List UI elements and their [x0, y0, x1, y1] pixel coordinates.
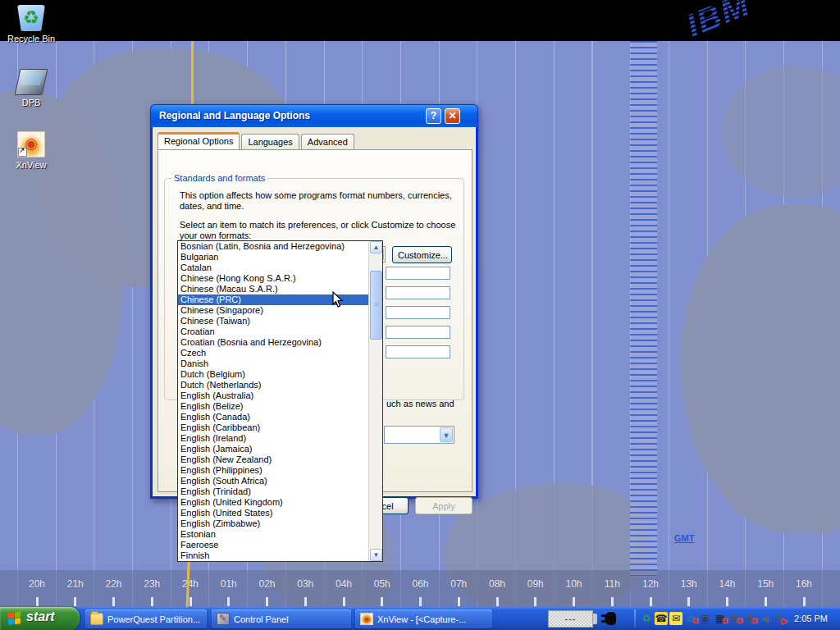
list-item[interactable]: Faeroese — [178, 540, 382, 550]
list-item[interactable]: English (Zimbabwe) — [178, 518, 382, 529]
list-item[interactable]: Croatian — [178, 326, 382, 337]
hour-label: 08h — [485, 578, 509, 590]
support-tray-icon[interactable]: ☎ — [655, 612, 668, 625]
scroll-down-button[interactable]: ▼ — [370, 549, 382, 561]
task-button-label: XnView - [<Capture-... — [377, 614, 466, 624]
ibm-logo: IBM — [681, 0, 755, 44]
help-button[interactable]: ? — [426, 108, 441, 124]
app-error-tray-icon[interactable]: ▦✖ — [714, 612, 727, 625]
hour-label: 24h — [178, 578, 203, 590]
list-item[interactable]: English (Ireland) — [178, 433, 382, 444]
list-item[interactable]: Danish — [178, 358, 382, 369]
list-item[interactable]: Bulgarian — [178, 252, 382, 262]
list-item[interactable]: English (United States) — [178, 508, 382, 518]
date-line-graphic — [630, 41, 657, 576]
taskbar-button-powerquest[interactable]: PowerQuest Partition... — [85, 609, 207, 628]
location-combobox[interactable]: ▼ — [384, 426, 454, 444]
desktop-toolbar-button[interactable]: --- — [548, 610, 593, 628]
cpanel-icon — [217, 613, 230, 625]
list-item[interactable]: Bosnian (Latin, Bosnia and Herzegovina) — [178, 241, 382, 252]
hour-label: 01h — [217, 578, 241, 590]
list-item[interactable]: Dutch (Netherlands) — [178, 380, 382, 390]
power-plug-icon[interactable] — [601, 611, 618, 626]
hour-label: 23h — [139, 578, 164, 590]
top-band: IBM — [0, 0, 840, 41]
groupbox-title: Standards and formats — [171, 173, 267, 183]
list-scrollbar[interactable]: ▲ ▼ — [368, 241, 382, 561]
map-landmass — [681, 205, 840, 533]
hour-label: 14h — [715, 578, 740, 590]
scrollbar-thumb[interactable] — [370, 271, 382, 340]
list-item[interactable]: Dutch (Belgium) — [178, 369, 382, 380]
hour-label: 13h — [677, 578, 701, 590]
tab-languages[interactable]: Languages — [241, 134, 299, 150]
disk-activity-tray-icon[interactable]: ⊟▶ — [773, 612, 786, 625]
tray-divider — [634, 609, 636, 628]
xnview-icon — [360, 613, 373, 625]
hour-label: 10h — [562, 578, 587, 590]
screen: GMT 20h21h22h23h24h01h02h03h04h05h06h07h… — [0, 0, 840, 630]
dialog-title: Regional and Language Options — [159, 110, 310, 121]
system-tray: ♻☎✉☺✖▣▦✖▣✖▣✖◀⊟▶2:05 PM — [640, 610, 828, 627]
list-item[interactable]: Chinese (Taiwan) — [178, 316, 382, 326]
shortcut-arrow-icon — [18, 148, 27, 157]
language-list[interactable]: ▲ ▼ Bosnian (Latin, Bosnia and Herzegovi… — [177, 240, 383, 562]
start-button[interactable]: start — [0, 607, 80, 630]
desktop-icon-label: XnView — [0, 160, 62, 170]
tab-regional-options[interactable]: Regional Options — [158, 132, 240, 150]
customize-button[interactable]: Customize... — [392, 246, 452, 263]
list-item[interactable]: English (Canada) — [178, 412, 382, 422]
list-item[interactable]: English (South Africa) — [178, 476, 382, 486]
taskbar-button-xnview[interactable]: XnView - [<Capture-... — [355, 609, 492, 628]
list-item[interactable]: Croatian (Bosnia and Herzegovina) — [178, 337, 382, 348]
list-item[interactable]: English (Philippines) — [178, 465, 382, 476]
status-badge: ✖ — [692, 614, 699, 628]
list-item[interactable]: Chinese (Singapore) — [178, 305, 382, 316]
list-item[interactable]: English (Belize) — [178, 401, 382, 412]
mail-alert-tray-icon[interactable]: ✉ — [669, 612, 682, 625]
dialog-titlebar[interactable]: Regional and Language Options ? ✕ — [150, 104, 478, 127]
sample-field — [386, 286, 450, 299]
taskbar-button-control-panel[interactable]: Control Panel — [212, 609, 351, 628]
status-badge: ✖ — [751, 614, 758, 628]
toolbar-grip[interactable] — [593, 614, 597, 624]
list-item[interactable]: Chinese (Macau S.A.R.) — [178, 284, 382, 294]
apply-button[interactable]: Apply — [415, 497, 472, 514]
list-item[interactable]: English (Australia) — [178, 390, 382, 401]
hour-label: 03h — [293, 578, 317, 590]
sample-field — [386, 306, 450, 319]
laptop-icon — [15, 69, 48, 95]
list-item[interactable]: Czech — [178, 348, 382, 358]
list-item[interactable]: Chinese (Hong Kong S.A.R.) — [178, 273, 382, 284]
list-item[interactable]: English (Trinidad) — [178, 486, 382, 497]
desktop-icon-label: Recycle Bin — [0, 34, 62, 43]
desktop-icon-dpb[interactable]: DPB — [0, 69, 62, 107]
list-item[interactable]: English (New Zealand) — [178, 454, 382, 465]
network-disconnected2-tray-icon[interactable]: ▣✖ — [743, 612, 756, 625]
chevron-down-icon[interactable]: ▼ — [440, 427, 453, 442]
windows-flag-icon — [8, 611, 21, 626]
desktop-icon-recycle-bin[interactable]: Recycle Bin — [0, 5, 62, 43]
network-disconnected-tray-icon[interactable]: ▣✖ — [728, 612, 742, 625]
list-item[interactable]: Chinese (PRC) — [178, 294, 382, 305]
hour-label: 15h — [753, 578, 778, 590]
list-item[interactable]: English (Jamaica) — [178, 444, 382, 454]
mouse-cursor — [332, 291, 344, 309]
status-badge: ✖ — [737, 614, 743, 628]
tab-advanced[interactable]: Advanced — [301, 134, 354, 150]
list-item[interactable]: English (United Kingdom) — [178, 497, 382, 508]
list-item[interactable]: Catalan — [178, 262, 382, 273]
removable-hardware-tray-icon[interactable]: ♻ — [640, 612, 653, 625]
volume-tray-icon[interactable]: ◀ — [758, 612, 771, 625]
list-item[interactable]: Finnish — [178, 550, 382, 561]
messenger-offline-tray-icon[interactable]: ☺✖ — [684, 612, 697, 625]
list-item[interactable]: Estonian — [178, 529, 382, 540]
scroll-up-button[interactable]: ▲ — [370, 241, 382, 253]
taskbar-clock[interactable]: 2:05 PM — [794, 614, 828, 623]
hour-label: 06h — [409, 578, 433, 590]
hour-label: 21h — [63, 578, 88, 590]
desktop-icon-xnview[interactable]: XnView — [0, 131, 62, 170]
list-item[interactable]: English (Caribbean) — [178, 422, 382, 433]
close-button[interactable]: ✕ — [445, 108, 460, 124]
network-device-tray-icon[interactable]: ▣ — [699, 612, 712, 625]
